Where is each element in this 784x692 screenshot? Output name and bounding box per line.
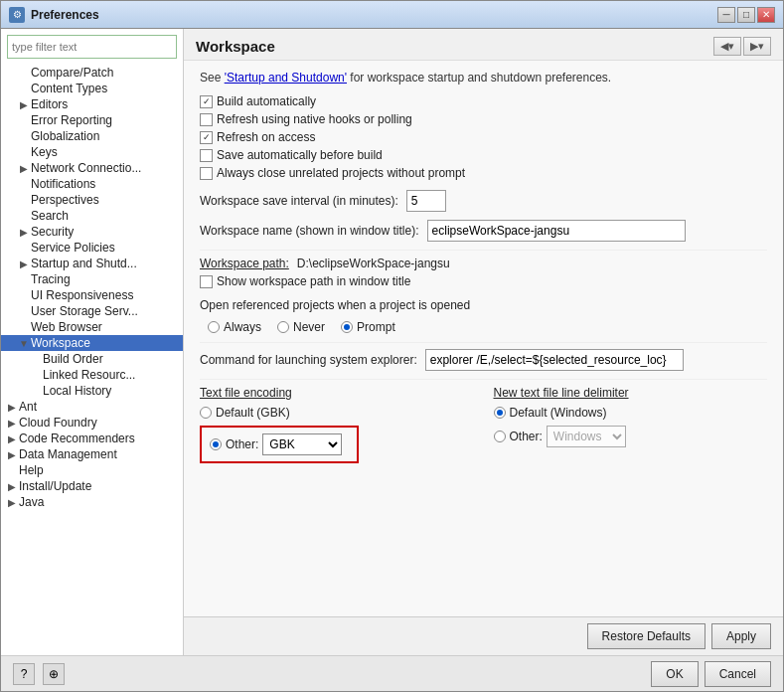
encoding-default-radio[interactable] (200, 407, 212, 419)
close-button[interactable]: ✕ (757, 7, 775, 23)
sidebar-item-network-connections[interactable]: ▶Network Connectio... (1, 160, 183, 176)
delimiter-other-row[interactable]: Other: Windows Unix Mac (494, 426, 626, 447)
back-button[interactable]: ◀▾ (713, 37, 741, 56)
delimiter-default-radio[interactable] (494, 407, 506, 419)
sidebar-label-ui-responsiveness: UI Responsiveness (31, 288, 133, 302)
sidebar-label-linked-resources: Linked Resourc... (43, 368, 135, 382)
command-input[interactable] (425, 349, 684, 371)
show-path-label[interactable]: Show workspace path in window title (200, 274, 767, 288)
radio-prompt[interactable]: Prompt (341, 320, 395, 334)
sidebar-label-security: Security (31, 225, 74, 239)
sidebar-item-startup-shutdown[interactable]: ▶Startup and Shutd... (1, 256, 183, 271)
checkbox-label-refresh-native[interactable]: Refresh using native hooks or polling (200, 112, 767, 126)
checkbox-save-before-build[interactable] (200, 149, 213, 162)
checkbox-refresh-native[interactable] (200, 113, 213, 126)
filter-input[interactable] (7, 35, 177, 59)
forward-button[interactable]: ▶▾ (743, 37, 771, 56)
checkbox-label-close-unrelated[interactable]: Always close unrelated projects without … (200, 166, 767, 180)
delimiter-other-wrap: Other: Windows Unix Mac (494, 426, 768, 447)
workspace-name-label: Workspace name (shown in window title): (200, 224, 419, 238)
ok-button[interactable]: OK (651, 661, 698, 687)
show-path-checkbox[interactable] (200, 275, 213, 288)
sidebar-label-search: Search (31, 209, 69, 223)
sidebar-item-help[interactable]: Help (1, 462, 183, 478)
sidebar-item-globalization[interactable]: Globalization (1, 128, 183, 144)
sidebar-item-java[interactable]: ▶Java (1, 494, 183, 510)
checkbox-row-close-unrelated: Always close unrelated projects without … (200, 166, 767, 180)
restore-defaults-button[interactable]: Restore Defaults (587, 623, 706, 649)
sidebar-item-search[interactable]: Search (1, 208, 183, 224)
sidebar-item-error-reporting[interactable]: Error Reporting (1, 112, 183, 128)
prefs-icon[interactable]: ⊕ (43, 663, 65, 685)
sidebar-item-keys[interactable]: Keys (1, 144, 183, 160)
encoding-other-row[interactable]: Other: GBK UTF-8 ISO-8859-1 (210, 433, 342, 455)
delimiter-default-label[interactable]: Default (Windows) (494, 406, 768, 420)
checkbox-close-unrelated[interactable] (200, 167, 213, 180)
ant-arrow: ▶ (5, 402, 19, 413)
help-icon[interactable]: ? (13, 663, 35, 685)
sidebar-item-code-recommenders[interactable]: ▶Code Recommenders (1, 431, 183, 446)
radio-never[interactable]: Never (277, 320, 325, 334)
sidebar-item-ant[interactable]: ▶Ant (1, 399, 183, 415)
sidebar-item-data-management[interactable]: ▶Data Management (1, 446, 183, 462)
checkbox-label-save-before-build[interactable]: Save automatically before build (200, 148, 767, 162)
sidebar-item-tracing[interactable]: Tracing (1, 271, 183, 287)
checkbox-row-build-auto: ✓Build automatically (200, 94, 767, 108)
window-controls: ─ □ ✕ (717, 7, 775, 23)
sidebar-item-security[interactable]: ▶Security (1, 224, 183, 240)
save-interval-input[interactable] (406, 190, 446, 212)
checkbox-label-build-auto[interactable]: ✓Build automatically (200, 94, 767, 108)
panel-footer: Restore Defaults Apply (184, 616, 783, 655)
delimiter-other-radio[interactable] (494, 431, 506, 442)
sidebar-label-compare-patch: Compare/Patch (31, 66, 113, 80)
radio-always[interactable]: Always (208, 320, 261, 334)
sidebar-item-install-update[interactable]: ▶Install/Update (1, 478, 183, 494)
sidebar-item-notifications[interactable]: Notifications (1, 176, 183, 192)
sidebar-item-workspace[interactable]: ▼Workspace (1, 335, 183, 351)
sidebar-item-linked-resources[interactable]: Linked Resourc... (1, 367, 183, 383)
encoding-section: Text file encoding Default (GBK) (200, 386, 474, 463)
sidebar-item-build-order[interactable]: Build Order (1, 351, 183, 367)
sidebar-item-content-types[interactable]: Content Types (1, 81, 183, 96)
workspace-name-input[interactable] (427, 220, 686, 242)
sidebar-item-compare-patch[interactable]: Compare/Patch (1, 65, 183, 81)
sidebar-item-ui-responsiveness[interactable]: UI Responsiveness (1, 287, 183, 303)
info-text: See 'Startup and Shutdown' for workspace… (200, 71, 767, 85)
sidebar-item-local-history[interactable]: Local History (1, 383, 183, 399)
radio-always-btn[interactable] (208, 321, 220, 333)
sidebar-item-editors[interactable]: ▶Editors (1, 96, 183, 112)
maximize-button[interactable]: □ (737, 7, 755, 23)
bottom-left: ? ⊕ (13, 663, 65, 685)
encoding-title: Text file encoding (200, 386, 474, 400)
workspace-path-label: Workspace path: (200, 257, 289, 270)
sidebar-item-service-policies[interactable]: Service Policies (1, 240, 183, 256)
minimize-button[interactable]: ─ (717, 7, 735, 23)
checkbox-row-refresh-native: Refresh using native hooks or polling (200, 112, 767, 126)
nav-arrows: ◀▾ ▶▾ (713, 37, 771, 56)
startup-shutdown-link[interactable]: 'Startup and Shutdown' (225, 71, 347, 85)
bottom-right: OK Cancel (651, 661, 771, 687)
sidebar-item-cloud-foundry[interactable]: ▶Cloud Foundry (1, 415, 183, 431)
checkbox-refresh-access[interactable]: ✓ (200, 131, 213, 144)
apply-button[interactable]: Apply (711, 623, 771, 649)
delimiter-title: New text file line delimiter (494, 386, 768, 400)
sidebar-label-globalization: Globalization (31, 129, 99, 143)
sidebar: Compare/PatchContent Types▶EditorsError … (1, 29, 184, 655)
sidebar-item-user-storage-serv[interactable]: User Storage Serv... (1, 303, 183, 319)
checkbox-label-refresh-access[interactable]: ✓Refresh on access (200, 130, 767, 144)
delimiter-select[interactable]: Windows Unix Mac (547, 426, 626, 447)
open-projects-radios: Always Never Prompt (208, 320, 767, 334)
cancel-button[interactable]: Cancel (705, 661, 771, 687)
checkbox-build-auto[interactable]: ✓ (200, 95, 213, 108)
checkbox-group: ✓Build automaticallyRefresh using native… (200, 94, 767, 180)
sidebar-item-web-browser[interactable]: Web Browser (1, 319, 183, 335)
encoding-default-label[interactable]: Default (GBK) (200, 406, 474, 420)
encoding-select[interactable]: GBK UTF-8 ISO-8859-1 (262, 433, 342, 455)
editors-arrow: ▶ (17, 99, 31, 110)
sidebar-label-startup-shutdown: Startup and Shutd... (31, 257, 137, 270)
radio-never-btn[interactable] (277, 321, 289, 333)
encoding-other-radio[interactable] (210, 438, 222, 450)
sidebar-item-perspectives[interactable]: Perspectives (1, 192, 183, 208)
radio-prompt-btn[interactable] (341, 321, 353, 333)
window-icon: ⚙ (9, 7, 25, 23)
